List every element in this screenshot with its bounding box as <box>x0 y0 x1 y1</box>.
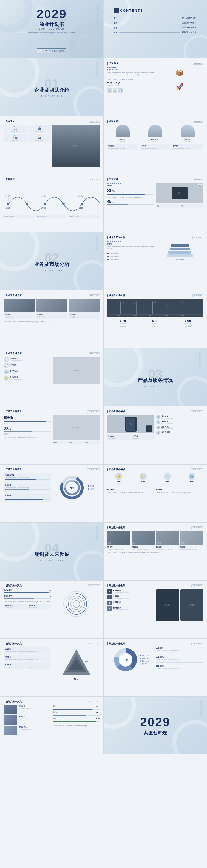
contents-item-3: 03 产品及服务情况 <box>114 26 197 29</box>
future2-title: 规划及未来发展 <box>4 584 22 587</box>
slide-dev-history: 发展历程 PART ONE 2015 2017 2019 2021 2023 <box>0 174 103 232</box>
extra1-title: 规划及未来发展 <box>4 700 22 703</box>
slide-chapter04: 04 规划及未来发展 THE PART FOUR <box>0 522 103 580</box>
svg-point-3 <box>62 203 64 205</box>
future5-title: 规划及未来发展 <box>107 642 125 645</box>
slide-end-cover: 2029 共度创辉煌 <box>103 696 207 754</box>
market2-title: 业务及市场分析 <box>4 294 22 297</box>
svg-line-34 <box>182 302 185 304</box>
slide-company-intro: 公司简介 PART ONE COMPANYINFORMATION Lorem i… <box>103 58 207 116</box>
slide-market-analysis1: 业务及市场分析 PART TWO TECHNOLOGICITEM Lorem i… <box>103 232 207 290</box>
company-intro-part: PART ONE <box>192 62 203 65</box>
slide-chapter01: 01 企业及团队介绍 THE PART ONE <box>0 58 103 116</box>
svg-line-23 <box>137 303 139 306</box>
product4-title: 产品及服务情况 <box>107 468 125 471</box>
slide-chapter02: 02 业务及市场分析 THE PART TWO <box>0 232 103 290</box>
slide-chapter03: 03 产品及服务情况 THE PART THREE <box>103 348 207 406</box>
svg-line-31 <box>169 305 171 307</box>
svg-text:未来展望: 未来展望 <box>78 195 83 197</box>
svg-text:2017: 2017 <box>24 201 28 202</box>
svg-line-56 <box>68 595 76 604</box>
slide-product-service4: 产品及服务情况 PART THREE 🔔 服务A Lorem ipsum 📐 服… <box>103 464 207 522</box>
chapter02-title-cn: 业务及市场分析 <box>34 261 70 268</box>
svg-point-1 <box>26 203 28 205</box>
slide-future-plan4: 规划及未来发展 PART FOUR 短期规划 Lorem ipsum dolor… <box>0 639 103 696</box>
svg-text:2015: 2015 <box>117 315 120 316</box>
svg-line-35 <box>185 302 188 304</box>
culture-title: 企业文化 <box>4 120 15 123</box>
slide-main-business: 主营业务 PART ONE TECHNOLOGICITEM 80 % Lorem… <box>103 174 207 232</box>
slide-product-service1: 产品及服务情况 PART THREE 89% 满意度 60% 覆盖率 Lorem… <box>0 406 103 464</box>
slide-future-plan3: 规划及未来发展 PART FOUR 1 发展目标一 Lorem ipsum do… <box>103 580 207 639</box>
svg-point-0 <box>7 203 9 205</box>
future1-title: 规划及未来发展 <box>107 526 125 529</box>
svg-point-2 <box>44 203 46 205</box>
slide-extra1: 规划及未来发展 PART FOUR 规划项目一 Lorem ipsum dolo… <box>0 696 103 754</box>
main-business-title: 主营业务 <box>107 178 118 181</box>
svg-text:75%: 75% <box>70 487 74 489</box>
svg-text:2015: 2015 <box>6 207 10 209</box>
product1-title: 产品及服务情况 <box>4 410 22 413</box>
svg-text:企业成立: 企业成立 <box>5 195 10 197</box>
svg-text:2017: 2017 <box>134 315 137 316</box>
contents-title: CONTENTS <box>120 9 143 12</box>
chapter03-title-cn: 产品及服务情况 <box>137 377 173 384</box>
slide-product-service2: 产品及服务情况 PART THREE 平板 手表 特色功能 <box>103 406 207 464</box>
slide-contents: CONTENTS 01 企业及团队介绍 02 业务及市场分析 03 产品及服务情… <box>103 0 207 58</box>
contents-item-4: 04 规划及未来发展 <box>114 31 197 34</box>
svg-line-26 <box>149 301 153 304</box>
slide-future-plan1: 规划及未来发展 PART FOUR 规划一 规划二 规划三 规划四 第 <box>103 522 207 580</box>
end-year: 2029 <box>140 715 171 729</box>
svg-text:70%: 70% <box>84 661 88 662</box>
svg-line-18 <box>117 302 121 305</box>
contents-item-1: 01 企业及团队介绍 <box>114 17 197 20</box>
market3-title: 业务及市场分析 <box>107 294 125 297</box>
chapter04-title-cn: 规划及未来发展 <box>34 551 70 558</box>
future4-title: 规划及未来发展 <box>4 642 22 645</box>
chapter01-title-cn: 企业及团队介绍 <box>34 87 70 94</box>
svg-text:2021: 2021 <box>165 315 169 316</box>
chapter02-title-en: THE PART TWO <box>34 269 70 271</box>
cover-subtitle: Business plan will be stated clearly in … <box>17 32 86 33</box>
cover-year: 2029 <box>36 7 67 21</box>
slide-market-analysis3: 业务及市场分析 PART TWO <box>103 290 207 348</box>
team-title: 团队介绍 <box>107 120 118 123</box>
svg-line-27 <box>153 301 156 304</box>
product3-title: 产品及服务情况 <box>4 468 22 471</box>
cover-title-cn: 商业计划书 <box>39 21 64 28</box>
svg-text:分析: 分析 <box>123 659 128 661</box>
market1-title: 业务及市场分析 <box>107 236 125 239</box>
company-intro-title: 公司简介 <box>107 62 118 65</box>
slide-future-plan2: 规划及未来发展 PART FOUR 目标达成率 95 市场占有率 <box>0 580 103 639</box>
slide-company-culture: 企业文化 PART ONE 🛡 使命 Lorem ipsum 🎯 愿景 Lore… <box>0 116 103 174</box>
svg-text:2019: 2019 <box>43 207 46 209</box>
svg-text:快速发展: 快速发展 <box>41 195 47 197</box>
svg-line-19 <box>121 302 124 305</box>
svg-line-30 <box>166 305 169 307</box>
svg-line-22 <box>134 303 137 306</box>
market4-title: 业务及市场分析 <box>4 352 22 355</box>
end-title: 共度创辉煌 <box>140 730 171 736</box>
dev-history-title: 发展历程 <box>4 178 15 181</box>
svg-text:2019: 2019 <box>149 315 153 316</box>
slide-cover: 2029 商业计划书 BUSINESS PLAN Business plan w… <box>0 0 103 58</box>
svg-line-57 <box>76 595 85 604</box>
future3-title: 规划及未来发展 <box>107 584 125 587</box>
timeline-svg: 2015 2017 2019 2021 2023 企业成立 快速发展 未来展望 <box>4 186 100 213</box>
svg-point-4 <box>81 203 83 205</box>
svg-text:2023: 2023 <box>79 207 83 209</box>
chapter04-title-en: THE PART FOUR <box>34 559 70 561</box>
chapter03-title-en: THE PART THREE <box>137 385 173 387</box>
slide-product-service3: 产品及服务情况 PART THREE 产品规格说明 Lorem ipsum do… <box>0 464 103 522</box>
slide-market-analysis4: 业务及市场分析 PART TWO 📊 分析项目一 Lorem ipsum dol… <box>0 348 103 406</box>
chapter01-title-en: THE PART ONE <box>34 95 70 97</box>
slide-market-analysis2: 业务及市场分析 PART TWO 业务类型一 说明文字内容 业务类型二 说明 <box>0 290 103 348</box>
cover-company: 🕐XXXXXX发展有限公司 <box>37 49 66 53</box>
contents-item-2: 02 业务及市场分析 <box>114 21 197 24</box>
product2-title: 产品及服务情况 <box>107 410 125 413</box>
svg-text:2021: 2021 <box>61 201 64 202</box>
slide-team-intro: 团队介绍 PART ONE 团队成员一 职位名称 团队成员二 职位名称 <box>103 116 207 174</box>
cover-title-en: BUSINESS PLAN <box>39 28 64 30</box>
svg-text:2023: 2023 <box>181 315 185 316</box>
slide-future-plan5: 规划及未来发展 PART FOUR 分析 项目A 40% <box>103 639 207 696</box>
